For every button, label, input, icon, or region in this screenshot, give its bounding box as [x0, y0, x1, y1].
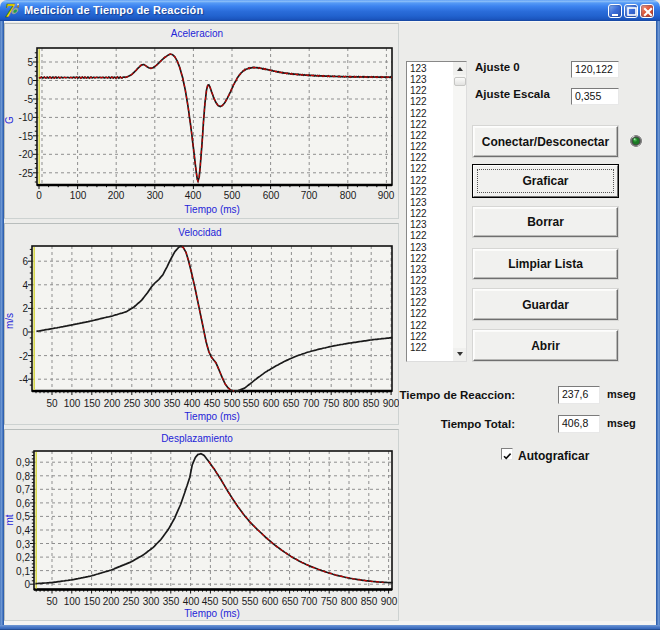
svg-text:0,1: 0,1	[16, 566, 30, 577]
svg-text:0,4: 0,4	[16, 525, 30, 536]
svg-text:150: 150	[84, 398, 101, 409]
svg-text:700: 700	[301, 190, 318, 201]
svg-text:0,8: 0,8	[16, 471, 30, 482]
svg-text:200: 200	[103, 596, 120, 607]
svg-text:550: 550	[242, 596, 259, 607]
svg-text:0,7: 0,7	[16, 484, 30, 495]
svg-text:650: 650	[282, 596, 299, 607]
svg-text:G: G	[4, 116, 15, 124]
svg-text:0,9: 0,9	[16, 457, 30, 468]
svg-text:-20: -20	[19, 149, 34, 160]
svg-text:850: 850	[363, 398, 380, 409]
svg-text:0: 0	[27, 76, 33, 87]
svg-text:-5: -5	[24, 94, 33, 105]
svg-text:750: 750	[323, 398, 340, 409]
svg-text:250: 250	[124, 398, 141, 409]
svg-text:0,2: 0,2	[16, 552, 30, 563]
svg-text:800: 800	[341, 596, 358, 607]
svg-text:50: 50	[46, 398, 58, 409]
svg-text:650: 650	[283, 398, 300, 409]
svg-text:750: 750	[321, 596, 338, 607]
svg-text:700: 700	[301, 596, 318, 607]
svg-text:300: 300	[144, 398, 161, 409]
svg-text:400: 400	[184, 398, 201, 409]
svg-text:m/s: m/s	[4, 313, 15, 329]
svg-text:-2: -2	[19, 351, 28, 362]
svg-text:2: 2	[22, 303, 28, 314]
svg-text:Tiempo (ms): Tiempo (ms)	[184, 204, 240, 215]
svg-text:mt: mt	[4, 514, 15, 525]
svg-text:-15: -15	[19, 131, 34, 142]
svg-text:50: 50	[46, 596, 58, 607]
svg-text:900: 900	[378, 190, 395, 201]
svg-text:0: 0	[24, 579, 30, 590]
svg-text:600: 600	[262, 596, 279, 607]
svg-text:550: 550	[243, 398, 260, 409]
svg-text:350: 350	[164, 398, 181, 409]
svg-text:500: 500	[224, 398, 241, 409]
svg-text:300: 300	[143, 596, 160, 607]
svg-text:250: 250	[123, 596, 140, 607]
svg-text:4: 4	[22, 280, 28, 291]
svg-text:150: 150	[84, 596, 101, 607]
svg-text:350: 350	[163, 596, 180, 607]
svg-text:5: 5	[27, 57, 33, 68]
svg-text:800: 800	[343, 398, 360, 409]
svg-text:500: 500	[224, 190, 241, 201]
svg-text:-10: -10	[19, 112, 34, 123]
svg-text:Tiempo (ms): Tiempo (ms)	[184, 411, 240, 422]
svg-text:0,6: 0,6	[16, 498, 30, 509]
svg-text:Aceleracion: Aceleracion	[171, 28, 223, 39]
svg-text:0,5: 0,5	[16, 511, 30, 522]
svg-text:450: 450	[202, 596, 219, 607]
svg-text:-4: -4	[19, 374, 28, 385]
svg-text:200: 200	[108, 190, 125, 201]
svg-text:Desplazamiento: Desplazamiento	[161, 433, 233, 444]
svg-text:Tiempo (ms): Tiempo (ms)	[184, 608, 240, 619]
svg-text:900: 900	[383, 398, 399, 409]
svg-text:100: 100	[64, 398, 81, 409]
svg-text:6: 6	[22, 256, 28, 267]
svg-text:400: 400	[183, 596, 200, 607]
svg-text:Velocidad: Velocidad	[178, 227, 221, 238]
svg-text:100: 100	[70, 190, 87, 201]
svg-text:600: 600	[263, 398, 280, 409]
svg-text:100: 100	[64, 596, 81, 607]
svg-text:450: 450	[204, 398, 221, 409]
svg-text:500: 500	[222, 596, 239, 607]
svg-text:850: 850	[361, 596, 378, 607]
svg-text:0,3: 0,3	[16, 539, 30, 550]
svg-text:800: 800	[340, 190, 357, 201]
svg-text:-25: -25	[19, 168, 34, 179]
svg-text:0: 0	[22, 327, 28, 338]
svg-text:300: 300	[147, 190, 164, 201]
svg-text:900: 900	[381, 596, 398, 607]
svg-text:600: 600	[263, 190, 280, 201]
svg-text:700: 700	[303, 398, 320, 409]
svg-text:400: 400	[185, 190, 202, 201]
svg-text:0: 0	[36, 190, 42, 201]
svg-text:200: 200	[104, 398, 121, 409]
